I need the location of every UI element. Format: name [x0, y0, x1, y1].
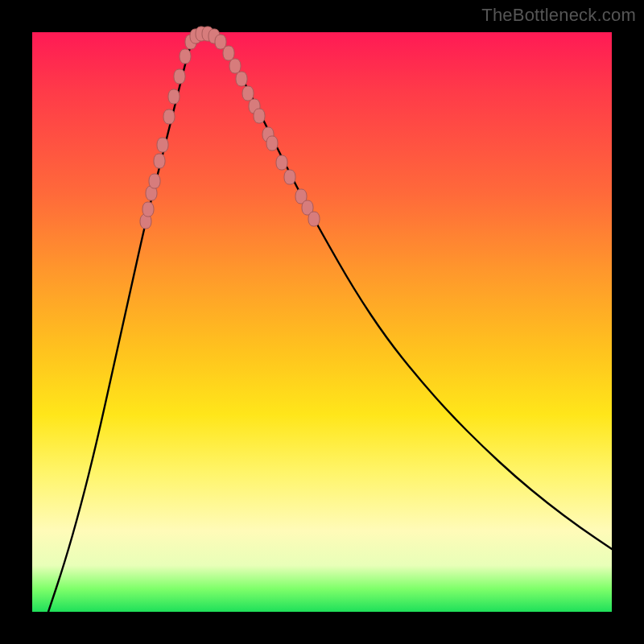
curve-marker: [284, 170, 295, 184]
watermark-text: TheBottleneck.com: [481, 5, 636, 26]
curve-marker: [223, 46, 234, 60]
curve-marker: [266, 136, 278, 151]
curve-marker: [236, 72, 247, 86]
plot-area: [32, 32, 612, 612]
curve-marker: [174, 69, 185, 84]
curve-marker: [168, 89, 180, 104]
curve-marker: [142, 202, 154, 217]
chart-frame: TheBottleneck.com: [0, 0, 644, 644]
curve-marker: [154, 154, 165, 168]
curve-marker: [276, 155, 287, 170]
curve-marker: [157, 138, 168, 152]
curve-marker: [215, 35, 226, 49]
curve-marker: [163, 109, 175, 124]
marker-group: [140, 27, 320, 229]
curve-marker: [180, 49, 191, 64]
curve-marker: [242, 86, 254, 101]
curve-svg: [32, 32, 612, 612]
curve-marker: [149, 174, 160, 188]
curve-marker: [308, 212, 320, 226]
curve-marker: [254, 109, 265, 123]
curve-marker: [229, 59, 241, 73]
bottleneck-curve: [48, 34, 612, 612]
